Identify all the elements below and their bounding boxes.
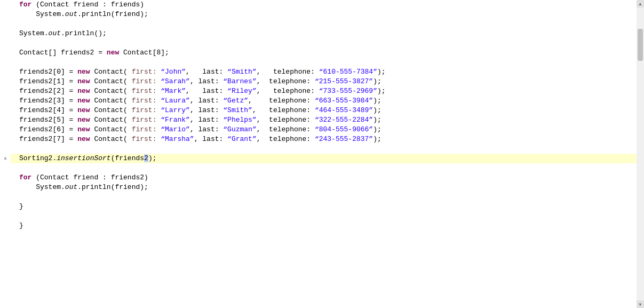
gutter-cell	[0, 298, 11, 307]
code-line	[19, 259, 637, 269]
code-line	[19, 144, 637, 154]
code-line: friends2[1] = new Contact( first: “Sarah…	[19, 77, 637, 86]
gutter-cell	[0, 221, 11, 231]
highlighted-code-line: Sorting2.insertionSort(friends2);	[11, 154, 637, 163]
code-line: friends2[4] = new Contact( first: “Larry…	[19, 106, 637, 115]
gutter-cell	[0, 86, 11, 96]
gutter-cell	[0, 96, 11, 106]
scrollbar-thumb[interactable]	[638, 29, 643, 61]
code-line	[19, 192, 637, 202]
gutter-cell	[0, 58, 11, 67]
gutter-cell	[0, 10, 11, 19]
gutter-cell	[0, 29, 11, 38]
code-gutter: ▲	[0, 0, 11, 308]
code-line	[19, 250, 637, 259]
gutter-cell	[0, 211, 11, 221]
vertical-scrollbar[interactable]: ▲ ▼	[637, 0, 644, 308]
gutter-cell	[0, 77, 11, 86]
code-line	[19, 19, 637, 29]
gutter-cell	[0, 183, 11, 192]
gutter-cell	[0, 202, 11, 211]
gutter-cell	[0, 259, 11, 269]
gutter-cell	[0, 192, 11, 202]
code-line: Contact[] friends2 = new Contact[8];	[19, 48, 637, 58]
gutter-cell	[0, 48, 11, 58]
code-line: friends2[3] = new Contact( first: “Laura…	[19, 96, 637, 106]
scroll-up-arrow[interactable]: ▲	[637, 0, 644, 7]
code-line	[19, 163, 637, 173]
gutter-cell	[0, 250, 11, 259]
editor-container: ▲ for (Contact friend : friends) System.…	[0, 0, 644, 308]
code-line: friends2[0] = new Contact( first: “John”…	[19, 67, 637, 77]
code-line: System.out.println(friend);	[19, 183, 637, 192]
code-line	[19, 288, 637, 298]
gutter-cell	[0, 163, 11, 173]
code-line: }	[19, 202, 637, 211]
gutter-cell	[0, 38, 11, 48]
gutter-cell	[0, 288, 11, 298]
code-line	[19, 211, 637, 221]
code-line	[19, 38, 637, 48]
code-line	[19, 240, 637, 250]
gutter-cell	[0, 135, 11, 144]
gutter-cell	[0, 240, 11, 250]
gutter-cell	[0, 115, 11, 125]
gutter-cell	[0, 125, 11, 135]
code-line	[19, 58, 637, 67]
gutter-cell	[0, 144, 11, 154]
gutter-cell	[0, 279, 11, 288]
code-line	[19, 298, 637, 307]
code-line	[19, 231, 637, 240]
code-line	[19, 269, 637, 279]
code-line: for (Contact friend : friends)	[19, 0, 637, 10]
code-line: friends2[2] = new Contact( first: “Mark”…	[19, 86, 637, 96]
gutter-cell	[0, 67, 11, 77]
code-line: for (Contact friend : friends2)	[19, 173, 637, 183]
gutter-cell	[0, 0, 11, 10]
gutter-cell	[0, 173, 11, 183]
gutter-cell	[0, 19, 11, 29]
code-line: System.out.println(friend);	[19, 10, 637, 19]
code-editor[interactable]: for (Contact friend : friends) System.ou…	[11, 0, 637, 308]
code-line: friends2[7] = new Contact( first: “Marsh…	[19, 135, 637, 144]
gutter-scroll-up[interactable]: ▲	[0, 154, 11, 163]
scroll-down-arrow[interactable]: ▼	[637, 301, 644, 308]
gutter-cell	[0, 106, 11, 115]
code-line	[19, 279, 637, 288]
code-line: System.out.println();	[19, 29, 637, 38]
gutter-cell	[0, 231, 11, 240]
code-line: friends2[5] = new Contact( first: “Frank…	[19, 115, 637, 125]
code-line: friends2[6] = new Contact( first: “Mario…	[19, 125, 637, 135]
gutter-cell	[0, 269, 11, 279]
code-line: }	[19, 221, 637, 231]
